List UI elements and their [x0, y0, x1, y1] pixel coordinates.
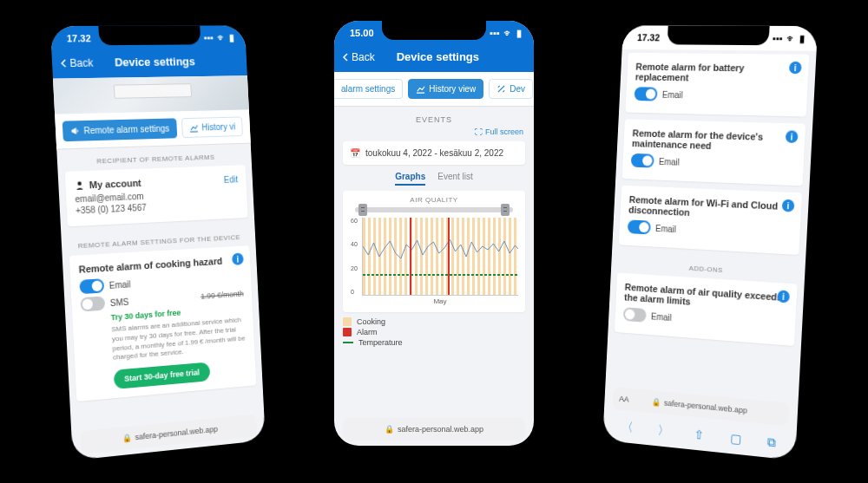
tab-remote-alarm[interactable]: alarm settings: [334, 79, 403, 99]
account-card: My account Edit email@email.com +358 (0)…: [65, 165, 248, 226]
alarm-swatch: [343, 328, 352, 336]
battery-icon: ▮: [799, 33, 806, 44]
cooking-hazard-card: i Remote alarm of cooking hazard Email S…: [69, 245, 256, 401]
tab-label: Remote alarm settings: [83, 124, 169, 136]
temperature-series: [363, 274, 518, 276]
signal-icon: ▪▪▪: [204, 32, 214, 42]
email-toggle[interactable]: [623, 307, 647, 323]
edit-button[interactable]: Edit: [224, 174, 239, 184]
chart-plot[interactable]: 6040200: [362, 218, 518, 296]
back-icon[interactable]: 〈: [621, 420, 634, 436]
chart-icon: [416, 84, 425, 94]
lock-icon: 🔒: [122, 434, 132, 443]
x-axis-label: May: [362, 297, 518, 305]
date-range-text: toukokuu 4, 2022 - kesäkuu 2, 2022: [365, 148, 503, 158]
tab-remote-alarm[interactable]: Remote alarm settings: [62, 118, 178, 141]
tab-label: alarm settings: [341, 84, 395, 94]
tab-label: History view: [429, 84, 476, 94]
maintenance-alarm-card: i Remote alarm for the device's maintena…: [622, 119, 806, 186]
phone-left: 17.32 ▪▪▪ ᯤ ▮ Back Device settings Remot…: [41, 17, 273, 471]
wifi-alarm-card: i Remote alarm for Wi-Fi and Cloud disco…: [619, 186, 802, 255]
fullscreen-button[interactable]: ⛶ Full screen: [334, 127, 534, 141]
email-label: Email: [651, 311, 672, 323]
date-range-selector[interactable]: 📅 toukokuu 4, 2022 - kesäkuu 2, 2022: [343, 141, 525, 165]
cooking-swatch: [343, 317, 352, 326]
y-axis: 6040200: [351, 218, 358, 295]
text-size-button[interactable]: AA: [619, 395, 629, 404]
info-icon[interactable]: i: [777, 290, 790, 303]
page-title: Device settings: [67, 55, 240, 69]
url-text: safera-personal.web.app: [398, 425, 483, 434]
email-toggle[interactable]: [634, 87, 657, 101]
setting-title: Remote alarm for Wi-Fi and Cloud disconn…: [628, 194, 792, 223]
chart-icon: [189, 123, 199, 133]
phone-right: 17.32 ▪▪▪ ᯤ ▮ i Remote alarm for battery…: [595, 17, 827, 471]
email-toggle[interactable]: [79, 278, 104, 294]
tabs-icon[interactable]: ⧉: [766, 434, 776, 450]
email-toggle[interactable]: [628, 219, 651, 234]
bookmarks-icon[interactable]: ▢: [730, 431, 742, 446]
alarm-marker: [410, 218, 411, 295]
tab-device[interactable]: Dev: [489, 79, 533, 99]
info-icon[interactable]: i: [786, 130, 799, 143]
alarm-marker: [448, 218, 450, 295]
forward-icon[interactable]: 〉: [657, 423, 669, 440]
account-label: My account: [89, 178, 141, 191]
phone-center: 15.00 ▪▪▪ ᯤ ▮ Back Device settings alarm…: [326, 12, 542, 454]
events-head: EVENTS: [334, 107, 534, 127]
subtabs: Graphs Event list: [334, 172, 534, 186]
setting-title: Remote alarm for the device's maintenanc…: [632, 127, 797, 153]
status-time: 15.00: [350, 28, 374, 38]
email-label: Email: [108, 279, 130, 290]
temperature-swatch: [343, 342, 353, 343]
email-toggle[interactable]: [631, 153, 654, 168]
tab-label: History vi: [201, 122, 235, 133]
status-time: 17.32: [637, 32, 661, 42]
air-quality-chart: AIR QUALITY 6040200: [343, 191, 525, 312]
hero-image: [53, 75, 249, 114]
wifi-icon: ᯤ: [217, 32, 227, 42]
calendar-icon: 📅: [350, 148, 360, 158]
start-trial-button[interactable]: Start 30-day free trial: [114, 362, 210, 389]
battery-icon: ▮: [516, 28, 522, 39]
tab-history[interactable]: History view: [408, 79, 483, 99]
signal-icon: ▪▪▪: [773, 33, 783, 43]
lock-icon: 🔒: [385, 425, 394, 434]
setting-title: Remote alarm for battery replacement: [635, 62, 800, 85]
subtab-graphs[interactable]: Graphs: [395, 172, 425, 186]
notch: [382, 21, 486, 40]
svg-point-0: [77, 181, 82, 186]
info-icon[interactable]: i: [782, 199, 795, 212]
megaphone-icon: [70, 126, 81, 136]
url-text: safera-personal.web.app: [135, 425, 218, 442]
page-title: Device settings: [349, 50, 527, 63]
sms-label: SMS: [110, 297, 129, 308]
tab-history[interactable]: History vi: [181, 116, 243, 138]
chart-range-slider[interactable]: [355, 207, 513, 212]
wifi-icon: ᯤ: [503, 28, 513, 38]
air-quality-series: [363, 239, 518, 260]
chart-title: AIR QUALITY: [350, 196, 518, 204]
battery-icon: ▮: [229, 32, 234, 43]
user-icon: [74, 179, 85, 191]
subtab-eventlist[interactable]: Event list: [437, 172, 473, 186]
nav-header: Back Device settings: [51, 49, 247, 79]
url-text: safera-personal.web.app: [664, 399, 747, 415]
url-bar[interactable]: 🔒 safera-personal.web.app: [343, 418, 525, 441]
info-icon[interactable]: i: [789, 62, 802, 74]
signal-icon: ▪▪▪: [490, 28, 500, 38]
notch: [667, 26, 770, 46]
battery-alarm-card: i Remote alarm for battery replacement E…: [625, 53, 809, 117]
slider-handle-right[interactable]: [501, 204, 510, 216]
sms-description: SMS alarms are an additional service whi…: [111, 316, 247, 363]
nav-header: Back Device settings: [334, 45, 534, 72]
email-label: Email: [655, 223, 676, 233]
tab-label: Dev: [510, 84, 525, 94]
email-label: Email: [662, 89, 683, 99]
expand-icon: ⛶: [475, 127, 483, 136]
tabs: alarm settings History view Dev: [334, 72, 534, 107]
sms-toggle[interactable]: [80, 296, 105, 311]
share-icon[interactable]: ⇧: [694, 428, 705, 442]
slider-handle-left[interactable]: [358, 204, 367, 216]
email-label: Email: [659, 156, 680, 166]
